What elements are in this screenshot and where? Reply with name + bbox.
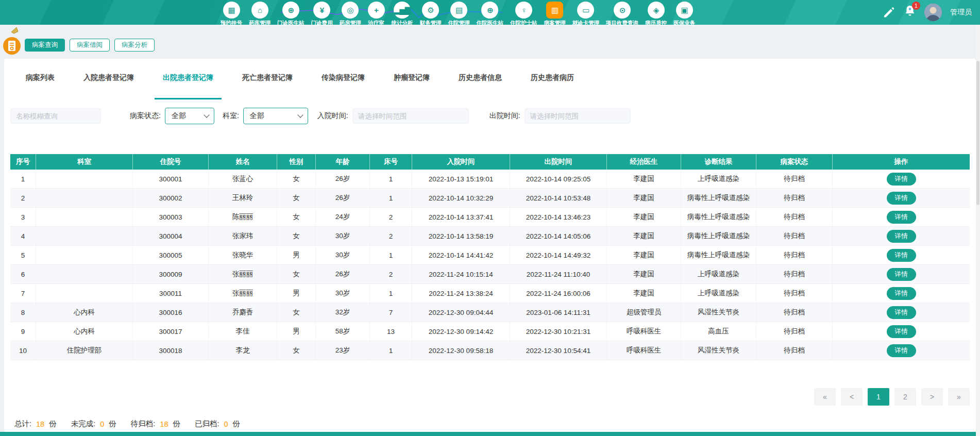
cell-admission-no: 300001 — [133, 170, 209, 188]
nav-item-visit-card-management[interactable]: ▭ 就诊卡管理 — [572, 2, 600, 27]
cell-discharge-time: 2022-10-14 14:05:06 — [510, 227, 607, 245]
page-next[interactable]: > — [921, 388, 943, 406]
discharge-time-label: 出院时间: — [489, 111, 520, 121]
total-label: 总计: — [14, 419, 31, 429]
nav-item-drug-warehouse[interactable]: ⌂ 药库管理 — [249, 2, 271, 27]
scrollbar-thumb[interactable] — [976, 61, 979, 205]
detail-button[interactable]: 详情 — [887, 192, 916, 205]
cell-diagnosis: 上呼吸道感染 — [681, 170, 756, 188]
nav-item-medical-records-management[interactable]: ▥ 病案管理 — [544, 2, 566, 27]
cell-age: 24岁 — [316, 208, 370, 226]
col-doctor: 经治医生 — [607, 154, 681, 170]
detail-button[interactable]: 详情 — [887, 268, 916, 281]
detail-button[interactable]: 详情 — [887, 325, 916, 338]
nav-item-statistics-analysis[interactable]: ▂▅▇ 统计分析 — [392, 2, 413, 27]
cell-bed-no: 7 — [370, 303, 412, 322]
tab-infectious-registry[interactable]: 传染病登记簿 — [313, 73, 373, 99]
record-status-badge: 待归档 — [756, 341, 833, 360]
record-borrow-button[interactable]: 病案借阅 — [70, 39, 110, 52]
nav-item-pharmacy-management[interactable]: ◎ 药房管理 — [340, 2, 361, 27]
nav-item-record-quality-control[interactable]: ◈ 病历质控 — [645, 2, 667, 27]
discharge-time-range-input[interactable] — [525, 108, 631, 124]
detail-button[interactable]: 详情 — [887, 211, 916, 224]
cell-discharge-time: 2022-10-14 14:49:32 — [510, 246, 607, 264]
cell-name: 乔麝香 — [209, 303, 277, 322]
unfinished-label: 未完成: — [71, 419, 96, 429]
cell-admission-no: 300018 — [133, 341, 209, 360]
nav-item-appointment-registration[interactable]: ▦ 预约挂号 — [221, 2, 242, 27]
record-status-badge: 待归档 — [756, 284, 833, 303]
cell-age: 30岁 — [316, 246, 370, 264]
pagination: « < 1 2 > » — [10, 388, 970, 406]
footer-bar — [0, 432, 976, 436]
nav-item-item-charge-query[interactable]: ⊙ 项目收费查询 — [606, 2, 638, 27]
edit-pencil-icon[interactable] — [882, 6, 895, 19]
detail-button[interactable]: 详情 — [887, 173, 916, 186]
cell-admit-time: 2022-10-14 13:37:41 — [412, 208, 510, 226]
main-content-card: 病案列表 入院患者登记簿 出院患者登记簿 死亡患者登记簿 传染病登记簿 肿瘤登记… — [4, 59, 976, 432]
page-1[interactable]: 1 — [868, 388, 889, 406]
record-status-badge: 待归档 — [756, 227, 833, 245]
nav-item-treatment-room[interactable]: + 治疗室 — [368, 2, 385, 27]
cell-doctor: 李建国 — [607, 208, 681, 226]
cell-gender: 女 — [277, 341, 316, 360]
col-seq: 序号 — [10, 154, 36, 170]
col-admit-time: 入院时间 — [412, 154, 510, 170]
nav-item-inpatient-management[interactable]: ▤ 住院管理 — [448, 2, 470, 27]
tab-record-list[interactable]: 病案列表 — [18, 73, 63, 99]
tab-death-registry[interactable]: 死亡患者登记簿 — [234, 73, 301, 99]
cell-department — [36, 208, 133, 226]
top-navbar: ▦ 预约挂号 ⌂ 药库管理 ⊕ 门诊医生站 ¥ 门诊费用 ◎ 药房管理 — [0, 0, 980, 25]
detail-button[interactable]: 详情 — [887, 306, 916, 319]
nav-item-outpatient-doctor-station[interactable]: ⊕ 门诊医生站 — [277, 2, 305, 27]
nav-item-outpatient-fees[interactable]: ¥ 门诊费用 — [311, 2, 333, 27]
admission-time-range-input[interactable] — [352, 108, 469, 124]
cell-seq: 9 — [10, 322, 36, 341]
record-status-select[interactable]: 全部 — [165, 108, 214, 124]
record-analysis-button[interactable]: 病案分析 — [114, 39, 155, 52]
detail-button[interactable]: 详情 — [887, 230, 916, 243]
archived-count: 0 — [222, 420, 229, 428]
nav-item-medical-insurance[interactable]: ▣ 医保业务 — [673, 2, 695, 27]
tab-history-patient-info[interactable]: 历史患者信息 — [450, 73, 510, 99]
col-record-status: 病案状态 — [756, 154, 833, 170]
detail-button[interactable]: 详情 — [887, 249, 916, 262]
page-last[interactable]: » — [948, 388, 970, 406]
cell-doctor: 李建国 — [607, 170, 681, 188]
main-nav-menu: ▦ 预约挂号 ⌂ 药库管理 ⊕ 门诊医生站 ¥ 门诊费用 ◎ 药房管理 — [221, 2, 695, 27]
table-row: 2 300002 王林玲 女 26岁 1 2022-10-14 10:32:29… — [10, 189, 970, 208]
cell-admission-no: 300016 — [133, 303, 209, 322]
tab-discharge-registry[interactable]: 出院患者登记簿 — [155, 73, 222, 99]
tab-tumor-registry[interactable]: 肿瘤登记簿 — [385, 73, 438, 99]
detail-button[interactable]: 详情 — [887, 287, 916, 300]
doctor-icon: ⊕ — [282, 2, 299, 19]
name-search-input[interactable] — [10, 108, 101, 124]
cell-department — [36, 189, 133, 207]
user-avatar[interactable] — [924, 4, 942, 21]
scrollbar-track[interactable] — [976, 25, 980, 436]
nav-item-inpatient-nurse-station[interactable]: ♀ 住院护士站 — [510, 2, 537, 27]
cell-diagnosis: 上呼吸道感染 — [681, 284, 756, 303]
tab-admission-registry[interactable]: 入院患者登记簿 — [75, 73, 142, 99]
record-query-button[interactable]: 病案查询 — [25, 39, 65, 52]
department-select[interactable]: 全部 — [243, 108, 308, 124]
record-action-buttons: 病案查询 病案借阅 病案分析 — [25, 39, 159, 52]
nav-item-finance-management[interactable]: ⚙ 财务管理 — [420, 2, 442, 27]
nurse-cross-icon: + — [368, 2, 385, 19]
cell-department: 住院护理部 — [36, 341, 133, 360]
detail-button[interactable]: 详情 — [887, 344, 916, 357]
cell-name: 张晓华 — [209, 246, 277, 264]
cell-bed-no: 13 — [370, 322, 412, 341]
page-prev[interactable]: < — [841, 388, 863, 406]
id-card-edit-icon: ▣ — [676, 2, 693, 19]
cell-admission-no: 300003 — [133, 208, 209, 226]
cell-age: 26岁 — [316, 189, 370, 207]
notification-bell-icon[interactable]: 1 — [904, 5, 916, 20]
cell-doctor: 李建国 — [607, 265, 681, 283]
page-first[interactable]: « — [814, 388, 836, 406]
tab-history-patient-records[interactable]: 历史患者病历 — [522, 73, 582, 99]
cell-name: 李龙 — [209, 341, 277, 360]
nav-item-inpatient-doctor-station[interactable]: ⊕ 住院医生站 — [477, 2, 504, 27]
page-2[interactable]: 2 — [894, 388, 916, 406]
cell-department: 心内科 — [36, 303, 133, 322]
